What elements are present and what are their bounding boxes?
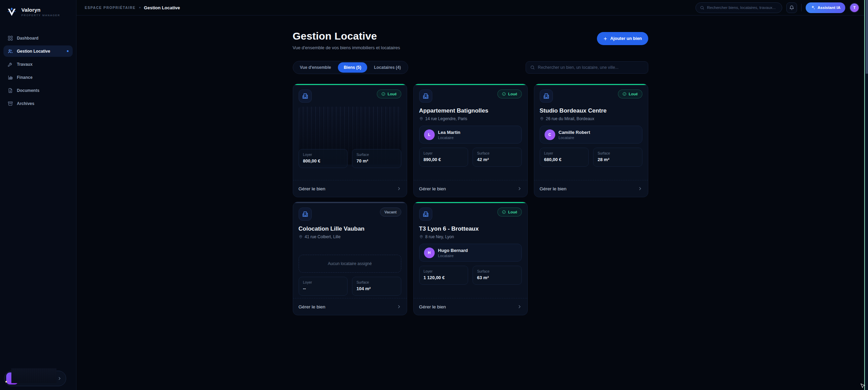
- assistant-ia-button[interactable]: Assistant IA: [806, 2, 845, 13]
- surface-value: 70 m²: [356, 158, 397, 164]
- rent-stat: Loyer 800,00 €: [299, 149, 348, 168]
- sidebar: Valoryn PROPERTY MANAGER Dashboard Gesti…: [0, 0, 76, 390]
- rent-value: 1 120,00 €: [424, 275, 464, 280]
- surface-stat: Surface 63 m²: [473, 266, 522, 285]
- surface-stat: Surface 42 m²: [473, 148, 522, 167]
- rent-label: Loyer: [303, 280, 343, 284]
- view-tabs: Vue d'ensemble Biens (5) Locataires (4): [293, 61, 408, 74]
- property-card[interactable]: Vacant Colocation Lille Vauban 41 rue Co…: [293, 202, 407, 315]
- tenant-card: H Hugo Bernard Locataire: [419, 244, 522, 262]
- sidebar-item-label: Archives: [17, 101, 34, 106]
- manage-property-button[interactable]: Gérer le bien: [414, 180, 527, 197]
- search-icon: [700, 6, 704, 10]
- surface-value: 104 m²: [356, 286, 397, 291]
- tenant-avatar: L: [424, 129, 435, 140]
- page-title: Gestion Locative: [293, 30, 400, 42]
- global-search-input[interactable]: [707, 6, 778, 10]
- check-circle-icon: [622, 92, 627, 96]
- surface-value: 42 m²: [477, 157, 517, 162]
- manage-property-button[interactable]: Gérer le bien: [414, 298, 527, 315]
- tenant-card: C Camille Robert Locataire: [540, 126, 642, 144]
- tenant-name: Camille Robert: [559, 130, 590, 135]
- rent-stat: Loyer 680,00 €: [540, 148, 589, 167]
- tenants-icon: [8, 49, 13, 54]
- mouse-cursor: [859, 383, 866, 390]
- surface-label: Surface: [477, 269, 517, 273]
- tenant-card: L Lea Martin Locataire: [419, 126, 522, 144]
- chevron-right-icon: [517, 304, 522, 309]
- topbar: ESPACE PROPRIÉTAIRE Gestion Locative Ass…: [76, 0, 864, 15]
- sidebar-item-label: Finance: [17, 75, 32, 80]
- rent-stat: Loyer --: [299, 277, 348, 296]
- property-address: 14 rue Legendre, Paris: [419, 116, 522, 121]
- rent-label: Loyer: [544, 151, 585, 155]
- global-search: [695, 2, 782, 13]
- manage-property-button[interactable]: Gérer le bien: [293, 298, 407, 315]
- tenant-role: Locataire: [559, 136, 590, 140]
- surface-label: Surface: [598, 151, 638, 155]
- breadcrumb-separator: [139, 7, 141, 8]
- breadcrumb-root[interactable]: ESPACE PROPRIÉTAIRE: [85, 6, 136, 10]
- tab-biens[interactable]: Biens (5): [338, 62, 367, 73]
- sidebar-item-archives[interactable]: Archives: [3, 98, 73, 109]
- map-pin-icon: [419, 235, 423, 239]
- check-circle-icon: [381, 92, 385, 96]
- tenant-role: Locataire: [438, 136, 461, 140]
- property-name: Appartement Batignolles: [419, 107, 522, 114]
- surface-label: Surface: [356, 280, 397, 284]
- scrollbar-thumb[interactable]: [866, 0, 868, 74]
- no-tenant-placeholder: Aucun locataire assigné: [299, 255, 401, 273]
- sparkles-icon: [810, 5, 815, 10]
- notifications-button[interactable]: [786, 2, 797, 13]
- status-badge: Vacant: [380, 208, 401, 217]
- sidebar-item-finance[interactable]: Finance: [3, 72, 73, 83]
- sidebar-item-gestion-locative[interactable]: Gestion Locative: [3, 45, 73, 57]
- chevron-right-icon: [396, 304, 401, 309]
- property-name: Studio Bordeaux Centre: [540, 107, 642, 114]
- rent-value: --: [303, 286, 343, 291]
- main-content: Gestion Locative Vue d'ensemble de vos b…: [76, 15, 864, 390]
- bar-chart-icon: [8, 75, 13, 80]
- document-icon: [8, 88, 13, 93]
- surface-value: 28 m²: [598, 157, 638, 162]
- surface-stat: Surface 70 m²: [352, 149, 401, 168]
- topbar-divider: [801, 4, 802, 11]
- scrollbar-track[interactable]: [864, 0, 868, 390]
- user-avatar[interactable]: T: [849, 3, 859, 13]
- tenant-name: Lea Martin: [438, 130, 461, 135]
- check-circle-icon: [502, 210, 506, 214]
- building-icon: [299, 208, 312, 221]
- sidebar-item-travaux[interactable]: Travaux: [3, 59, 73, 70]
- property-address: 8 rue Ney, Lyon: [419, 234, 522, 239]
- add-property-button[interactable]: Ajouter un bien: [597, 32, 648, 45]
- property-card[interactable]: Loué Loyer 800,00 € Surface 70 m²: [293, 84, 407, 197]
- active-indicator-dot: [67, 50, 69, 52]
- sidebar-nav: Dashboard Gestion Locative Travaux Finan…: [0, 32, 76, 109]
- sidebar-item-label: Dashboard: [17, 36, 39, 41]
- property-card[interactable]: Loué Studio Bordeaux Centre 26 rue du Mi…: [534, 84, 648, 197]
- property-filter-input[interactable]: [538, 65, 644, 70]
- property-name: T3 Lyon 6 - Brotteaux: [419, 225, 522, 232]
- wrench-icon: [8, 62, 13, 67]
- building-icon: [419, 208, 432, 221]
- sidebar-item-label: Documents: [17, 88, 39, 93]
- valoryn-logo-icon: [6, 6, 18, 18]
- chevron-right-icon: [517, 186, 522, 191]
- tab-vue-densemble[interactable]: Vue d'ensemble: [294, 62, 337, 73]
- brand-tagline: PROPERTY MANAGER: [21, 14, 60, 17]
- rent-label: Loyer: [303, 152, 343, 157]
- property-card[interactable]: Loué Appartement Batignolles 14 rue Lege…: [413, 84, 528, 197]
- tab-locataires[interactable]: Locataires (4): [368, 62, 407, 73]
- assistant-label: Assistant IA: [818, 6, 840, 10]
- sidebar-item-dashboard[interactable]: Dashboard: [3, 32, 73, 44]
- surface-label: Surface: [477, 151, 517, 155]
- chevron-right-icon: [396, 186, 401, 191]
- manage-property-button[interactable]: Gérer le bien: [534, 180, 648, 197]
- dashboard-icon: [8, 35, 13, 41]
- map-pin-icon: [419, 117, 423, 121]
- manage-property-button[interactable]: Gérer le bien: [293, 180, 407, 197]
- property-filter-search: [526, 61, 648, 74]
- sidebar-item-documents[interactable]: Documents: [3, 85, 73, 96]
- rent-value: 680,00 €: [544, 157, 585, 162]
- property-card[interactable]: Loué T3 Lyon 6 - Brotteaux 8 rue Ney, Ly…: [413, 202, 528, 315]
